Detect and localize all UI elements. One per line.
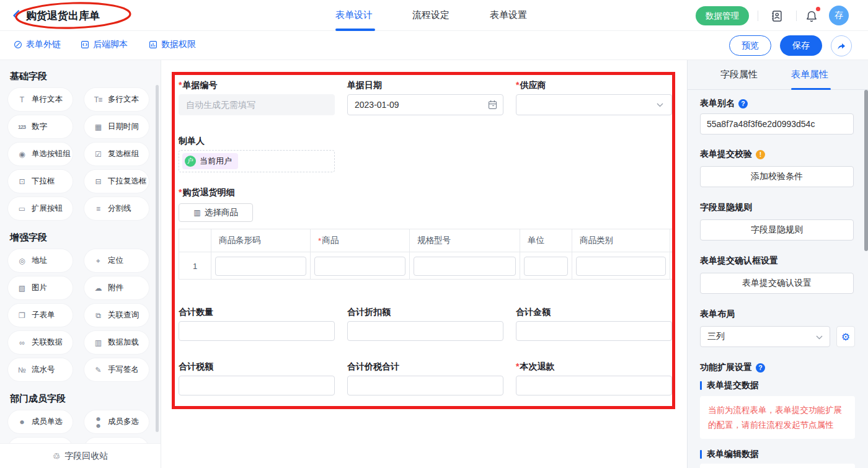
warning-icon[interactable]: ! (756, 150, 765, 159)
layout-settings-gear-button[interactable]: ⚙ (836, 326, 855, 347)
palette-item-checkbox-group[interactable]: ☑复选框组 (84, 143, 149, 166)
field-label-total-amount: 合计金额 (516, 307, 551, 318)
field-label-maker: 制单人 (179, 136, 205, 147)
cloud-upload-icon: ☁ (92, 284, 104, 293)
submit-data-section-header: 表单提交数据 (700, 380, 759, 391)
current-user-chip[interactable]: 户 当前用户 (182, 153, 238, 169)
category-input[interactable] (576, 257, 666, 276)
people-icon: ☻☻ (92, 415, 104, 429)
back-icon[interactable] (12, 10, 20, 21)
refund-input[interactable] (516, 376, 672, 395)
save-button[interactable]: 保存 (780, 35, 822, 56)
field-label-total-tax-incl: 合计价税合计 (347, 361, 399, 373)
maker-field[interactable]: 户 当前用户 (179, 150, 335, 172)
notification-dot (816, 7, 820, 11)
barcode-input[interactable] (215, 257, 306, 276)
tab-form-design[interactable]: 表单设计 (335, 9, 373, 21)
form-external-link[interactable]: 表单外链 (14, 39, 61, 50)
data-permission-link[interactable]: 数据权限 (149, 39, 196, 50)
image-icon: ▧ (16, 284, 27, 293)
palette-item-image[interactable]: ▧图片 (8, 276, 73, 299)
total-discount-input[interactable] (347, 321, 503, 341)
pen-icon: ✎ (92, 366, 104, 374)
palette-item-number[interactable]: 123数字 (8, 115, 73, 138)
palette-item-locate[interactable]: ⌖定位 (84, 249, 149, 272)
palette-item-multi-dropdown[interactable]: ⊟下拉复选框 (84, 170, 149, 193)
preview-button[interactable]: 预览 (729, 35, 771, 56)
share-button[interactable] (831, 35, 852, 56)
divider (758, 11, 758, 21)
total-tax-incl-input[interactable] (347, 376, 503, 395)
palette-item-data-load[interactable]: ▥数据加载 (84, 331, 149, 354)
palette-item-single-line-text[interactable]: T单行文本 (8, 88, 73, 111)
palette-item-address[interactable]: ◎地址 (8, 249, 73, 272)
detail-table-row: 1 (179, 252, 675, 280)
spec-input[interactable] (414, 257, 516, 276)
notification-bell-icon[interactable] (804, 8, 820, 24)
bar-chart-icon: ▥ (92, 338, 104, 347)
palette-item-dropdown[interactable]: ⊡下拉框 (8, 170, 73, 193)
bar-chart-icon: ▥ (193, 208, 200, 217)
tab-field-properties[interactable]: 字段属性 (720, 69, 758, 81)
palette-item-member-single[interactable]: ☻成员单选 (8, 410, 73, 433)
multi-dropdown-icon: ⊟ (92, 177, 104, 186)
detail-table: 商品条形码 商品 规格型号 单位 商品类别 1 (179, 229, 675, 280)
edit-data-box-partial (700, 464, 855, 468)
section-title-member-fields: 部门成员字段 (10, 393, 66, 405)
inspector-scrollbar[interactable] (864, 90, 868, 251)
row-index: 1 (179, 252, 211, 280)
palette-item-linked-data[interactable]: ∞关联数据 (8, 331, 73, 354)
section-title-basic-fields: 基础字段 (10, 71, 47, 82)
palette-item-attachment[interactable]: ☁附件 (84, 276, 149, 299)
unit-input[interactable] (524, 257, 568, 276)
doc-date-input[interactable] (347, 94, 503, 115)
palette-item-linked-query[interactable]: ⧉关联查询 (84, 304, 149, 327)
data-manage-button[interactable]: 数据管理 (696, 6, 749, 25)
supplier-select[interactable] (516, 94, 672, 115)
field-label-supplier: 供应商 (516, 80, 546, 91)
link-icon (14, 40, 22, 49)
form-layout-select[interactable]: 三列 (700, 326, 830, 347)
palette-item-serial-number[interactable]: №流水号 (8, 358, 73, 381)
person-icon: ☻ (16, 418, 27, 425)
palette-item-datetime[interactable]: ▦日期时间 (84, 115, 149, 138)
add-validation-button[interactable]: 添加校验条件 (700, 166, 854, 187)
tab-form-setting[interactable]: 表单设置 (490, 9, 527, 21)
product-input[interactable] (314, 257, 405, 276)
palette-item-signature[interactable]: ✎手写签名 (84, 358, 149, 381)
palette-item-radio-group[interactable]: ◉单选按钮组 (8, 143, 73, 166)
palette-item-member-multi[interactable]: ☻☻成员多选 (84, 410, 149, 433)
total-tax-input[interactable] (179, 376, 335, 395)
form-alias-input[interactable] (700, 113, 854, 135)
palette-item-divider-line[interactable]: ≡分割线 (84, 197, 149, 220)
submit-confirm-button[interactable]: 表单提交确认设置 (700, 273, 854, 294)
help-icon[interactable]: ? (756, 363, 765, 373)
help-icon[interactable]: ? (738, 99, 748, 108)
field-label-total-discount: 合计折扣额 (347, 307, 391, 318)
field-visibility-button[interactable]: 字段显隐规则 (700, 219, 854, 241)
palette-item-extend-button[interactable]: ▭扩展按钮 (8, 197, 73, 220)
tab-form-properties[interactable]: 表单属性 (791, 69, 828, 81)
total-amount-input[interactable] (516, 321, 672, 341)
address-book-icon[interactable] (769, 8, 785, 24)
backend-script-link[interactable]: 后端脚本 (81, 39, 128, 50)
permission-icon (149, 40, 157, 49)
sidebar-scrollbar[interactable] (156, 85, 159, 432)
palette-item-multi-line-text[interactable]: T≡多行文本 (84, 88, 149, 111)
linked-data-icon: ∞ (16, 338, 27, 347)
doc-no-input[interactable] (179, 94, 335, 115)
form-design-canvas[interactable]: 单据编号 单据日期 供应商 制单人 户 当前用户 购货退货明细 ▥ 选择商品 商… (161, 60, 687, 468)
select-product-button[interactable]: ▥ 选择商品 (179, 203, 253, 222)
field-label-total-qty: 合计数量 (179, 307, 213, 318)
field-label-detail: 购货退货明细 (179, 187, 234, 198)
total-qty-input[interactable] (179, 321, 335, 341)
field-label-refund: 本次退款 (516, 361, 554, 373)
tab-flow-setting[interactable]: 流程设定 (412, 9, 450, 21)
field-recycle-bin[interactable]: ♲ 字段回收站 (0, 443, 161, 468)
user-avatar[interactable]: 存 (829, 6, 849, 25)
palette-item-subform[interactable]: ❐子表单 (8, 304, 73, 327)
recycle-icon: ♲ (53, 451, 61, 461)
col-extra (670, 229, 675, 252)
field-visibility-label: 字段显隐规则 (700, 202, 752, 213)
subform-icon: ❐ (16, 311, 27, 320)
